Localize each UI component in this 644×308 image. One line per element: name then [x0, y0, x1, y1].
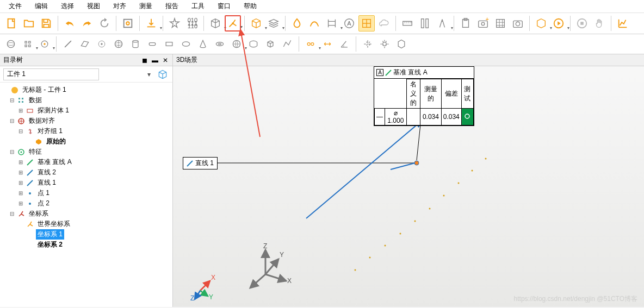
- svg-point-27: [44, 43, 45, 45]
- tree-cs-1[interactable]: 坐标系 1: [0, 229, 172, 240]
- svg-line-28: [65, 41, 71, 47]
- svg-rect-34: [149, 43, 156, 46]
- callout-line-1[interactable]: 直线 1: [183, 157, 218, 169]
- sidebar: 目录树 ◼ ▬ ✕ ▾无标题 - 工件 1 ⊟数据 ⊞探测片体 1 ⊟数据对齐 …: [0, 54, 173, 307]
- annotation-a-button[interactable]: A: [341, 15, 357, 32]
- callout-datum-a[interactable]: A 基准 直线 A 名义的 测量的 偏差 测试 — ⌀ 1.000: [374, 66, 474, 126]
- tree-features[interactable]: ⊟特征: [0, 147, 172, 157]
- tree-line-1[interactable]: ⊞直线 1: [0, 178, 172, 188]
- table-button[interactable]: [492, 15, 509, 32]
- camera-plus-button[interactable]: +: [475, 15, 491, 32]
- scene-canvas[interactable]: 直线 1 A 基准 直线 A 名义的 测量的 偏差 测试: [173, 66, 644, 307]
- compass-button[interactable]: ▾: [434, 15, 450, 32]
- svg-point-68: [414, 221, 416, 222]
- open-file-button[interactable]: [21, 15, 37, 32]
- th-measured: 测量的: [420, 79, 442, 109]
- save-button[interactable]: [38, 15, 54, 32]
- tree-point-2[interactable]: ⊞点 2: [0, 198, 172, 209]
- svg-rect-1: [124, 20, 132, 28]
- diameter-symbol: ⌀: [394, 109, 398, 117]
- svg-rect-35: [166, 42, 172, 46]
- svg-text:Y: Y: [209, 293, 213, 301]
- menu-help[interactable]: 帮助: [237, 0, 263, 12]
- module-button[interactable]: ▾: [533, 15, 549, 32]
- watermark: https://blog.csdn.net/dengjin @51CTO博客: [514, 294, 637, 304]
- svg-point-63: [485, 158, 487, 160]
- axes-gizmo-small[interactable]: X Y Z: [184, 269, 216, 301]
- menu-edit[interactable]: 编辑: [28, 0, 54, 12]
- tree-line-2[interactable]: ⊞直线 2: [0, 167, 172, 178]
- refresh-button[interactable]: [96, 15, 113, 32]
- tree-cs-2[interactable]: 坐标系 2: [0, 240, 172, 250]
- menu-tools[interactable]: 工具: [185, 0, 211, 12]
- svg-point-51: [21, 151, 22, 153]
- part-selector[interactable]: [3, 68, 99, 80]
- svg-line-78: [195, 291, 200, 299]
- ruler-button[interactable]: [399, 15, 416, 32]
- panel-min-icon[interactable]: ▬: [151, 56, 159, 64]
- line-tool-button[interactable]: [60, 36, 76, 52]
- target-point-button[interactable]: ▾: [37, 36, 52, 52]
- tree-datum-line-a[interactable]: ⊞基准 直线 A: [0, 157, 172, 167]
- hand-button[interactable]: [591, 15, 608, 32]
- svg-point-72: [355, 269, 356, 271]
- new-file-button[interactable]: [3, 15, 20, 32]
- svg-line-74: [386, 70, 391, 76]
- cylinder-tool-button[interactable]: [128, 36, 143, 52]
- tree-align-group[interactable]: ⊟对齐组 1: [0, 126, 172, 136]
- viewport-3d[interactable]: 3D场景: [173, 54, 644, 307]
- redo-button[interactable]: [79, 15, 95, 32]
- svg-point-33: [133, 40, 138, 42]
- cloud-button[interactable]: [376, 15, 392, 32]
- tree-root[interactable]: ▾无标题 - 工件 1: [0, 85, 172, 95]
- menu-align[interactable]: 对齐: [107, 0, 133, 12]
- tree-point-1[interactable]: ⊞点 1: [0, 188, 172, 198]
- chart-button[interactable]: [615, 15, 631, 32]
- part-cube-icon[interactable]: [156, 68, 169, 81]
- slot-tool-button[interactable]: [145, 36, 160, 52]
- svg-rect-0: [8, 19, 15, 28]
- grid-feature-button[interactable]: ▾: [20, 36, 35, 52]
- undo-button[interactable]: [61, 15, 78, 32]
- gear-tool-button[interactable]: [377, 36, 392, 52]
- axes-gizmo-large[interactable]: Z X Y: [238, 242, 293, 296]
- panel-pin-icon[interactable]: ◼: [141, 56, 148, 64]
- menu-select[interactable]: 选择: [54, 0, 81, 12]
- plane-tool-button[interactable]: [77, 36, 92, 52]
- menu-report[interactable]: 报告: [159, 0, 185, 12]
- svg-point-25: [7, 43, 14, 46]
- spark-tool-button[interactable]: [360, 36, 375, 52]
- svg-line-77: [200, 291, 208, 296]
- tree-coord-systems[interactable]: ⊟坐标系: [0, 209, 172, 219]
- tree-original[interactable]: 原始的: [0, 136, 172, 147]
- menu-file[interactable]: 文件: [2, 0, 28, 12]
- globe-button[interactable]: [3, 36, 18, 52]
- settings-button[interactable]: [120, 15, 136, 32]
- camera-button[interactable]: [510, 15, 526, 32]
- measure-button[interactable]: [417, 15, 433, 32]
- svg-point-2: [126, 22, 129, 25]
- panel-close-icon[interactable]: ✕: [162, 56, 169, 64]
- tree-probe-body[interactable]: ⊞探测片体 1: [0, 105, 172, 116]
- hex-tool-button[interactable]: [394, 36, 409, 52]
- point-tool-button[interactable]: [94, 36, 109, 52]
- grid-active-button[interactable]: [358, 15, 375, 32]
- menu-view[interactable]: 视图: [81, 0, 107, 12]
- menu-window[interactable]: 窗口: [211, 0, 237, 12]
- svg-rect-48: [27, 109, 33, 112]
- tree-data-align[interactable]: ⊟数据对齐: [0, 116, 172, 126]
- svg-point-29: [101, 43, 102, 45]
- svg-point-71: [369, 257, 371, 259]
- import-button[interactable]: ▾: [143, 15, 159, 32]
- clipboard-button[interactable]: [457, 15, 474, 32]
- svg-text:A: A: [347, 20, 351, 27]
- tree-world-cs[interactable]: 世界坐标系: [0, 219, 172, 229]
- svg-line-76: [200, 281, 210, 291]
- tree-data[interactable]: ⊟数据: [0, 95, 172, 105]
- play-button[interactable]: ▾: [550, 15, 567, 32]
- angle-tool-button[interactable]: [337, 36, 352, 52]
- stop-button[interactable]: [574, 15, 590, 32]
- sphere-tool-button[interactable]: [111, 36, 126, 52]
- menu-measure[interactable]: 测量: [133, 0, 159, 12]
- svg-rect-12: [426, 19, 429, 28]
